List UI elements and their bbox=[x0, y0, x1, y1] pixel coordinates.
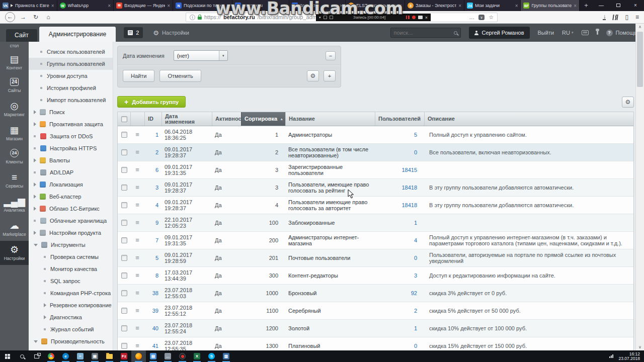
row-id-link[interactable]: 1 bbox=[155, 132, 158, 138]
row-menu-icon[interactable]: ≡ bbox=[135, 325, 139, 331]
forward-button[interactable]: → bbox=[19, 14, 28, 21]
expand-arrow-icon[interactable] bbox=[34, 231, 36, 235]
desktop-mode-icon[interactable] bbox=[582, 30, 589, 35]
table-row[interactable]: ≡509.01.201719:28:59Да201Почтовые пользо… bbox=[118, 249, 633, 267]
pc-icon[interactable]: ▥ bbox=[219, 350, 233, 362]
row-checkbox[interactable] bbox=[121, 202, 127, 208]
row-users-link[interactable]: 3 bbox=[414, 273, 417, 279]
row-id-link[interactable]: 6 bbox=[155, 167, 158, 173]
skype-icon[interactable]: S bbox=[204, 350, 219, 362]
collapse-arrow-icon[interactable] bbox=[34, 244, 38, 246]
mail-app-icon[interactable]: ▤ bbox=[146, 350, 160, 362]
browser-menu-icon[interactable]: ≡ bbox=[635, 14, 639, 21]
header-sort[interactable]: Сортировка▲ bbox=[241, 112, 285, 126]
expand-arrow-icon[interactable] bbox=[44, 303, 46, 307]
rail-item[interactable]: ⚙Настройки bbox=[0, 241, 29, 265]
rail-item[interactable]: ▤Контент bbox=[0, 50, 29, 74]
sidebar-item[interactable]: Настройка HTTPS bbox=[29, 142, 113, 154]
filter-cancel-button[interactable]: Отменить bbox=[159, 70, 201, 82]
reload-button[interactable]: ↻ bbox=[31, 14, 40, 21]
pin-icon[interactable] bbox=[597, 31, 598, 35]
header-users[interactable]: Пользователей bbox=[375, 112, 424, 126]
row-menu-icon[interactable]: ≡ bbox=[135, 273, 139, 279]
rdp-icon[interactable]: ▣ bbox=[88, 350, 102, 362]
sidebar-item[interactable]: Инструменты bbox=[29, 239, 113, 251]
network-icon[interactable] bbox=[609, 354, 613, 358]
table-row[interactable]: ≡4023.07.201812:55:24Да1200Золотой1скидк… bbox=[118, 320, 633, 337]
help-button[interactable]: ? Помощь bbox=[606, 30, 637, 36]
sidebar-item[interactable]: Импорт пользователей bbox=[29, 94, 113, 106]
browser-tab[interactable]: ЗЗаказы - Электрост× bbox=[405, 0, 464, 11]
row-checkbox[interactable] bbox=[121, 308, 127, 314]
window-maximize-button[interactable] bbox=[610, 0, 627, 11]
expand-arrow-icon[interactable] bbox=[34, 122, 36, 126]
home-button[interactable]: ⌂ bbox=[44, 14, 53, 21]
recorder-record-icon[interactable] bbox=[412, 16, 416, 19]
row-users-link[interactable]: 0 bbox=[414, 255, 417, 261]
row-checkbox[interactable] bbox=[121, 343, 127, 349]
sidebar-item[interactable]: Монитор качества bbox=[29, 263, 113, 275]
browser-tab[interactable]: BFГруппы пользовате× bbox=[521, 0, 580, 11]
row-id-link[interactable]: 2 bbox=[155, 149, 158, 155]
expand-arrow-icon[interactable] bbox=[34, 207, 36, 211]
taskbar-clock[interactable]: 16:12 23.07.2018 bbox=[618, 352, 640, 361]
tab-site[interactable]: Сайт bbox=[6, 29, 37, 42]
table-row[interactable]: ≡309.01.201719:28:37Да3Пользователи, име… bbox=[118, 179, 633, 197]
expand-arrow-icon[interactable] bbox=[34, 195, 36, 199]
row-users-link[interactable]: 0 bbox=[414, 343, 417, 349]
edge-icon[interactable]: e bbox=[58, 350, 73, 362]
recorder-screenshot-icon[interactable] bbox=[418, 16, 423, 19]
sidebar-item[interactable]: Проверка системы bbox=[29, 251, 113, 263]
row-id-link[interactable]: 7 bbox=[155, 237, 158, 243]
downloads-icon[interactable]: ↓ bbox=[603, 14, 606, 20]
scrollbar-thumb[interactable] bbox=[637, 32, 643, 87]
page-actions-icon[interactable]: … bbox=[469, 14, 474, 20]
row-users-link[interactable]: 5 bbox=[414, 132, 417, 138]
browser-tab[interactable]: 24Мои задачи× bbox=[464, 0, 521, 11]
header-date[interactable]: Дата изменения bbox=[162, 112, 212, 126]
sidebar-item[interactable]: Проактивная защита bbox=[29, 118, 113, 130]
rail-item[interactable]: ≡Сервисы bbox=[0, 168, 29, 193]
table-settings-button[interactable]: ⚙ bbox=[622, 97, 634, 108]
table-row[interactable]: ≡209.01.201719:28:37Да2Все пользователи … bbox=[118, 144, 633, 161]
sidebar-item[interactable]: Диагностика bbox=[29, 311, 113, 323]
table-row[interactable]: ≡609.01.201719:31:35Да3Зарегистрированны… bbox=[118, 161, 633, 179]
sidebar-item[interactable]: Группы пользователей bbox=[29, 58, 113, 70]
sidebar-item[interactable]: Валюты bbox=[29, 154, 113, 166]
row-id-link[interactable]: 4 bbox=[155, 202, 158, 208]
library-icon[interactable] bbox=[613, 15, 619, 20]
notifications-badge[interactable]: 2 bbox=[124, 27, 143, 38]
row-id-link[interactable]: 5 bbox=[155, 255, 158, 261]
row-menu-icon[interactable]: ≡ bbox=[135, 185, 139, 191]
bandicam-icon[interactable] bbox=[175, 350, 190, 362]
row-checkbox[interactable] bbox=[121, 325, 127, 331]
browser-tab[interactable]: ✉Входящие — Яндек× bbox=[114, 0, 173, 11]
explorer-icon[interactable] bbox=[102, 350, 117, 362]
rail-item[interactable]: ◎Маркетинг bbox=[0, 97, 29, 121]
sidebar-toggle-icon[interactable]: ▯ bbox=[625, 14, 628, 21]
header-id[interactable]: ID bbox=[144, 112, 162, 126]
messenger-icon[interactable]: … bbox=[160, 350, 175, 362]
recorder-pause-icon[interactable] bbox=[406, 16, 410, 19]
language-selector[interactable]: RU ▾ bbox=[562, 30, 573, 36]
row-id-link[interactable]: 3 bbox=[155, 185, 158, 191]
rail-item[interactable]: ▂▄▆Аналитика bbox=[0, 193, 29, 217]
row-menu-icon[interactable]: ≡ bbox=[135, 237, 139, 243]
row-id-link[interactable]: 9 bbox=[155, 220, 158, 226]
row-checkbox[interactable] bbox=[121, 255, 127, 261]
firefox-icon[interactable] bbox=[131, 350, 146, 362]
header-active[interactable]: Активность bbox=[212, 112, 241, 126]
table-row[interactable]: ≡3823.07.201812:55:03Да1000Бронзовый92ск… bbox=[118, 285, 633, 302]
row-menu-icon[interactable]: ≡ bbox=[135, 167, 139, 173]
row-menu-icon[interactable]: ≡ bbox=[135, 202, 139, 208]
row-id-link[interactable]: 38 bbox=[152, 290, 158, 296]
row-users-link[interactable]: 0 bbox=[414, 149, 417, 155]
sidebar-item[interactable]: Журнал событий bbox=[29, 323, 113, 335]
task-view-button[interactable] bbox=[29, 350, 44, 362]
sidebar-item[interactable]: AD/LDAP bbox=[29, 166, 113, 178]
sidebar-item[interactable]: Облачные хранилища bbox=[29, 215, 113, 227]
table-row[interactable]: ≡106.04.201818:36:25Да1Администраторы5По… bbox=[118, 126, 633, 144]
tab-audio-icon[interactable] bbox=[11, 4, 13, 7]
rail-item[interactable]: стол bbox=[0, 42, 29, 50]
pocket-icon[interactable]: ∨ bbox=[478, 15, 485, 20]
